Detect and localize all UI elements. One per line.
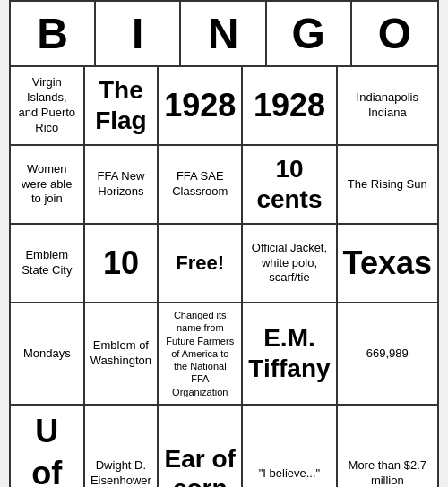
bingo-letter-b: B bbox=[11, 2, 96, 65]
bingo-cell-6: FFA New Horizons bbox=[85, 146, 159, 225]
bingo-cell-15: Mondays bbox=[11, 303, 85, 406]
bingo-cell-4: Indianapolis Indiana bbox=[338, 67, 437, 146]
bingo-header: BINGO bbox=[11, 2, 437, 67]
bingo-cell-14: Texas bbox=[338, 225, 437, 303]
bingo-cell-8: 10 cents bbox=[243, 146, 337, 225]
bingo-cell-2: 1928 bbox=[159, 67, 243, 146]
bingo-letter-g: G bbox=[267, 2, 352, 65]
bingo-cell-1: The Flag bbox=[85, 67, 159, 146]
bingo-cell-23: "I believe..." bbox=[243, 406, 337, 487]
bingo-cell-20: U of M bbox=[11, 406, 85, 487]
bingo-cell-19: 669,989 bbox=[338, 303, 437, 406]
bingo-cell-17: Changed its name from Future Farmers of … bbox=[159, 303, 243, 406]
bingo-cell-22: Ear of corn bbox=[159, 406, 243, 487]
bingo-cell-18: E.M. Tiffany bbox=[243, 303, 337, 406]
bingo-grid: Virgin Islands, and Puerto RicoThe Flag1… bbox=[11, 67, 437, 487]
bingo-cell-7: FFA SAE Classroom bbox=[159, 146, 243, 225]
bingo-card: BINGO Virgin Islands, and Puerto RicoThe… bbox=[9, 0, 439, 487]
bingo-cell-3: 1928 bbox=[243, 67, 337, 146]
bingo-cell-10: Emblem State City bbox=[11, 225, 85, 303]
bingo-letter-i: I bbox=[96, 2, 181, 65]
bingo-cell-0: Virgin Islands, and Puerto Rico bbox=[11, 67, 85, 146]
bingo-letter-n: N bbox=[181, 2, 266, 65]
bingo-cell-5: Women were able to join bbox=[11, 146, 85, 225]
bingo-cell-12: Free! bbox=[159, 225, 243, 303]
bingo-cell-13: Official Jacket, white polo, scarf/tie bbox=[243, 225, 337, 303]
bingo-cell-9: The Rising Sun bbox=[338, 146, 437, 225]
bingo-letter-o: O bbox=[352, 2, 437, 65]
bingo-cell-24: More than $2.7 million bbox=[338, 406, 437, 487]
bingo-cell-21: Dwight D. Eisenhower bbox=[85, 406, 159, 487]
bingo-cell-11: 10 bbox=[85, 225, 159, 303]
bingo-cell-16: Emblem of Washington bbox=[85, 303, 159, 406]
